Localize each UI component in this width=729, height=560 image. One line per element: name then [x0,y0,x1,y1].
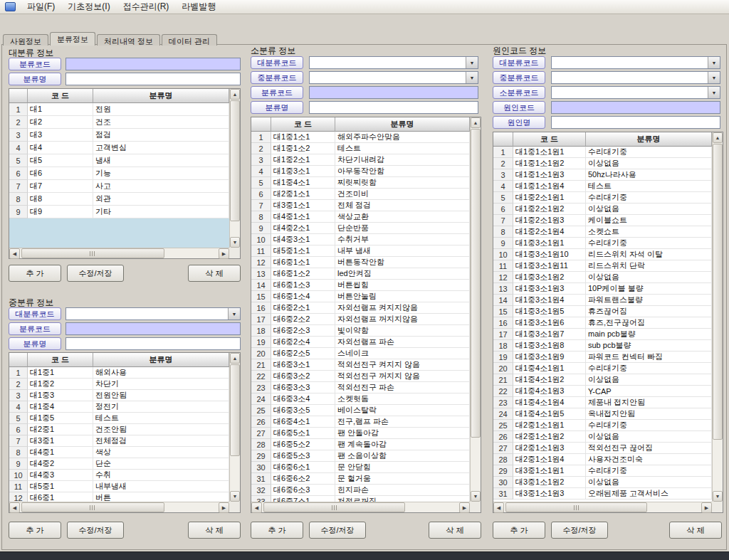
table-row[interactable]: 6대2중1소1건조미비 [251,189,470,200]
table-row[interactable]: 1대1전원 [9,103,229,116]
table-row[interactable]: 26대6중4소1전구,램프 파손 [251,416,470,428]
table-row[interactable]: 20대1중4소1원1수리대기중 [493,363,712,374]
chevron-down-icon[interactable]: ▼ [708,72,720,83]
table-row[interactable]: 21대1중4소1원2이상없음 [493,374,712,386]
scroll-thumb[interactable] [21,248,164,258]
major-delete-button[interactable]: 삭 제 [188,265,241,282]
cause-name-input[interactable] [551,116,720,129]
table-row[interactable]: 24대1중4소1원5옥내접지안됨 [493,408,712,420]
scroll-track[interactable] [230,364,240,491]
scroll-up-icon[interactable]: ▲ [230,353,240,364]
scroll-left-icon[interactable]: ◀ [251,502,262,513]
table-row[interactable]: 4대1중4정전기 [9,401,229,413]
table-row[interactable]: 6대6기능 [9,167,229,180]
horizontal-scrollbar[interactable]: ◀ ▶ [9,248,229,258]
scroll-down-icon[interactable]: ▼ [713,491,723,502]
table-row[interactable]: 16대6중2소1자외선램프 켜지지않음 [251,302,470,314]
table-row[interactable]: 3대1중1소1원350hz나라사용 [493,169,712,181]
table-row[interactable]: 10대4중3수취 [9,470,229,481]
scroll-track[interactable] [471,128,481,491]
mid-delete-button[interactable]: 삭 제 [188,522,241,539]
table-row[interactable]: 5대5냄새 [9,154,229,167]
small-middle-code-combo[interactable]: ▼ [309,71,478,84]
table-row[interactable]: 12대6중1소1버튼동작안함 [251,257,470,268]
table-row[interactable]: 8대4중1색상 [9,447,229,458]
table-row[interactable]: 18대6중2소3빛이약함 [251,325,470,337]
small-name-input[interactable] [309,101,478,114]
vertical-scrollbar[interactable]: ▲ ▼ [229,353,240,502]
table-row[interactable]: 1대1중1소1해외주파수안맞음 [251,132,470,143]
tab-classification-info[interactable]: 분류정보 [50,32,95,46]
table-row[interactable]: 31대6중6소2문 헐거움 [251,473,470,485]
table-row[interactable]: 14대1중3소1원4파워트랜스불량 [493,295,712,306]
table-row[interactable]: 19대6중2소4자외선램프 파손 [251,337,470,348]
table-row[interactable]: 2대1중1소1원2이상없음 [493,158,712,169]
scroll-thumb[interactable] [21,502,164,512]
major-save-button[interactable]: 수정/저장 [67,265,124,282]
table-row[interactable]: 2대2건조 [9,116,229,129]
cause-major-code-combo[interactable]: ▼ [551,56,720,69]
mid-save-button[interactable]: 수정/저장 [67,522,124,539]
chevron-down-icon[interactable]: ▼ [228,308,240,319]
scroll-right-icon[interactable]: ▶ [219,248,229,259]
table-row[interactable]: 4대1중1소1원4테스트 [493,181,712,192]
cause-save-button[interactable]: 수정/저장 [551,522,608,539]
table-row[interactable]: 22대1중4소1원3Y-CAP [493,386,712,397]
scroll-track[interactable] [230,100,240,237]
chevron-down-icon[interactable]: ▼ [708,57,720,68]
chevron-down-icon[interactable]: ▼ [466,57,478,68]
scroll-right-icon[interactable]: ▶ [459,502,470,513]
scroll-down-icon[interactable]: ▼ [471,491,481,502]
scroll-up-icon[interactable]: ▲ [230,89,240,100]
table-row[interactable]: 11대5중1내부냄새 [9,481,229,492]
table-row[interactable]: 28대2중1소1원4사용자건조미숙 [493,454,712,465]
table-row[interactable]: 10대1중3소1원10리드스위치 자석 이탈 [493,249,712,260]
major-code-input[interactable] [65,58,241,70]
table-row[interactable]: 20대6중2소5스네이크 [251,348,470,359]
scroll-thumb[interactable] [505,502,647,512]
table-row[interactable]: 4대1중3소1아무동작안함 [251,166,470,177]
table-row[interactable]: 15대1중3소1원5휴즈끊어짐 [493,306,712,317]
table-row[interactable]: 17대6중2소2자외선램프 꺼지지않음 [251,314,470,325]
cause-small-code-combo[interactable]: ▼ [551,86,720,99]
table-row[interactable]: 17대1중3소1원7main pcb불량 [493,329,712,340]
table-row[interactable]: 7대3중1전체점검 [9,435,229,447]
table-row[interactable]: 33대6중7소1저절로꺼짐 [251,496,470,502]
small-major-code-combo[interactable]: ▼ [309,56,478,69]
table-row[interactable]: 28대6중5소2팬 계속돌아감 [251,439,470,450]
scroll-track[interactable] [20,502,219,512]
table-row[interactable]: 16대1중3소1원6휴즈,전구끊어짐 [493,317,712,329]
table-row[interactable]: 9대4중2소1단순반품 [251,223,470,234]
tab-data-management[interactable]: 데이터 관리 [162,34,217,46]
table-row[interactable]: 7대1중2소1원3케이블쇼트 [493,215,712,226]
table-row[interactable]: 23대1중4소1원4제품내 접지안됨 [493,397,712,408]
major-name-input[interactable] [65,73,241,85]
cause-delete-button[interactable]: 삭 제 [669,522,722,539]
table-row[interactable]: 5대1중4소1찌릿찌릿함 [251,177,470,189]
table-row[interactable]: 6대1중2소1원2이상없음 [493,204,712,215]
table-row[interactable]: 14대6중1소3버튼씹힘 [251,280,470,291]
scroll-right-icon[interactable]: ▶ [219,502,229,513]
table-row[interactable]: 1대1중1해외사용 [9,367,229,379]
horizontal-scrollbar[interactable]: ◀ ▶ [9,502,229,512]
horizontal-scrollbar[interactable]: ◀ ▶ [251,502,470,512]
cause-code-input[interactable] [551,101,720,114]
scroll-left-icon[interactable]: ◀ [493,502,504,513]
table-row[interactable]: 26대2중1소1원2이상없음 [493,431,712,443]
table-row[interactable]: 12대1중3소1원2이상없음 [493,272,712,283]
chevron-down-icon[interactable]: ▼ [466,72,478,83]
scroll-track[interactable] [713,143,723,491]
table-row[interactable]: 9대4중2단순 [9,458,229,470]
table-row[interactable]: 23대6중3소3적외선전구 파손 [251,382,470,393]
table-row[interactable]: 4대4고객변심 [9,142,229,154]
vertical-scrollbar[interactable]: ▲ ▼ [712,132,723,502]
table-row[interactable]: 12대6중1버튼 [9,492,229,502]
table-row[interactable]: 5대1중2소1원1수리대기중 [493,192,712,204]
table-row[interactable]: 25대6중3소5베이스탈락 [251,405,470,416]
mid-add-button[interactable]: 추 가 [9,522,61,539]
table-row[interactable]: 27대6중5소1팬 안돌아감 [251,428,470,439]
table-row[interactable]: 21대6중3소1적외선전구 켜지지 않음 [251,359,470,371]
table-row[interactable]: 2대1중2차단기 [9,379,229,390]
table-row[interactable]: 15대6중1소4버튼안눌림 [251,291,470,302]
menu-base-info[interactable]: 기초정보(I) [61,0,116,14]
